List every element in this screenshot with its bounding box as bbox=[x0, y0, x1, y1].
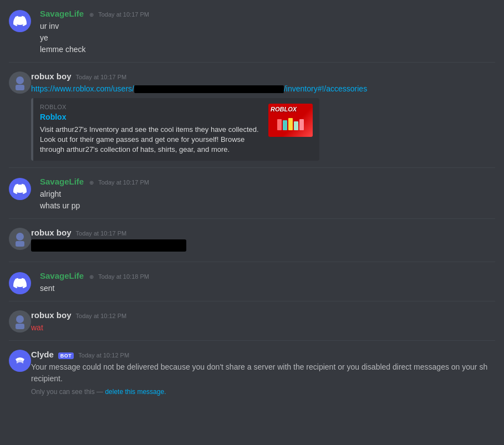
username: SavageLife bbox=[40, 271, 84, 280]
figure bbox=[277, 119, 282, 130]
message-text: Your message could not be delivered beca… bbox=[31, 361, 495, 397]
message-header: Clyde BOT Today at 10:12 PM bbox=[31, 350, 495, 359]
message-group: SavageLife ⊕ Today at 10:17 PM alright w… bbox=[0, 172, 504, 214]
redacted-message-bar bbox=[31, 239, 186, 252]
delete-message-link[interactable]: delete this message. bbox=[105, 388, 166, 396]
message-text bbox=[31, 239, 495, 255]
username: robux boy bbox=[31, 228, 72, 237]
roblox-logo: ROBLOX bbox=[271, 106, 297, 112]
svg-rect-3 bbox=[16, 241, 24, 247]
status-icon: ⊕ bbox=[89, 274, 94, 280]
avatar bbox=[9, 71, 31, 94]
message-group: SavageLife ⊕ Today at 10:18 PM sent bbox=[0, 267, 504, 296]
embed-title[interactable]: Roblox bbox=[40, 112, 262, 121]
clyde-sub-text: Only you can see this — delete this mess… bbox=[31, 387, 495, 397]
timestamp: Today at 10:18 PM bbox=[98, 273, 149, 280]
username: SavageLife bbox=[40, 9, 84, 18]
message-group: SavageLife ⊕ Today at 10:17 PM ur inv ye… bbox=[0, 4, 504, 58]
figure bbox=[294, 121, 298, 130]
message-content: robux boy Today at 10:17 PM https://www.… bbox=[31, 71, 495, 161]
timestamp: Today at 10:12 PM bbox=[78, 352, 129, 359]
message-content: robux boy Today at 10:17 PM bbox=[31, 228, 495, 255]
avatar bbox=[9, 310, 31, 333]
divider bbox=[9, 218, 495, 219]
text-line: ur inv bbox=[40, 21, 495, 32]
message-header: robux boy Today at 10:17 PM bbox=[31, 228, 495, 237]
divider bbox=[9, 340, 495, 341]
svg-rect-1 bbox=[16, 85, 24, 90]
message-group: robux boy Today at 10:17 PM https://www.… bbox=[0, 67, 504, 163]
link-embed: ROBLOX Roblox Visit arthur27's Inventory… bbox=[31, 98, 319, 161]
clyde-avatar bbox=[9, 350, 31, 372]
message-text: sent bbox=[40, 283, 495, 294]
username: Clyde bbox=[31, 350, 54, 359]
username: SavageLife bbox=[40, 177, 84, 186]
embed-body: ROBLOX Roblox Visit arthur27's Inventory… bbox=[40, 104, 262, 155]
robux-avatar-icon bbox=[11, 313, 29, 330]
username: robux boy bbox=[31, 310, 72, 320]
figure bbox=[283, 120, 287, 130]
message-header: robux boy Today at 10:17 PM bbox=[31, 71, 495, 81]
discord-icon bbox=[13, 14, 27, 28]
robux-avatar-icon bbox=[11, 230, 29, 248]
avatar bbox=[9, 178, 31, 200]
message-group: robux boy Today at 10:17 PM bbox=[0, 223, 504, 257]
message-header: SavageLife ⊕ Today at 10:17 PM bbox=[40, 9, 495, 18]
messages-container: SavageLife ⊕ Today at 10:17 PM ur inv ye… bbox=[0, 0, 504, 403]
message-header: SavageLife ⊕ Today at 10:18 PM bbox=[40, 271, 495, 280]
discord-icon bbox=[13, 277, 27, 290]
status-icon: ⊕ bbox=[89, 12, 94, 18]
message-group: Clyde BOT Today at 10:12 PM Your message… bbox=[0, 345, 504, 399]
message-text: https://www.roblox.com/users//inventory#… bbox=[31, 83, 495, 95]
message-text: ur inv ye lemme check bbox=[40, 21, 495, 55]
embed-thumbnail: ROBLOX bbox=[268, 104, 313, 137]
timestamp: Today at 10:12 PM bbox=[76, 313, 127, 319]
message-text: alright whats ur pp bbox=[40, 188, 495, 212]
divider bbox=[9, 262, 495, 262]
redacted-url-part bbox=[134, 85, 284, 93]
message-content: robux boy Today at 10:12 PM wat bbox=[31, 310, 495, 334]
divider bbox=[9, 167, 495, 168]
timestamp: Today at 10:17 PM bbox=[76, 74, 127, 80]
message-content: SavageLife ⊕ Today at 10:18 PM sent bbox=[40, 271, 495, 294]
clyde-message-content: Clyde BOT Today at 10:12 PM Your message… bbox=[31, 350, 495, 397]
roblox-figures bbox=[277, 118, 304, 130]
svg-point-0 bbox=[16, 76, 24, 84]
roblox-link[interactable]: https://www.roblox.com/users//inventory#… bbox=[31, 84, 367, 93]
avatar bbox=[9, 272, 31, 294]
clyde-main-text: Your message could not be delivered beca… bbox=[31, 361, 495, 385]
text-line: lemme check bbox=[40, 44, 495, 55]
figure bbox=[288, 118, 293, 130]
text-line: alright bbox=[40, 188, 495, 200]
svg-rect-5 bbox=[16, 324, 24, 329]
text-line: whats ur pp bbox=[40, 200, 495, 212]
bot-tag: BOT bbox=[58, 352, 74, 359]
avatar bbox=[9, 228, 31, 250]
timestamp: Today at 10:17 PM bbox=[76, 230, 127, 237]
timestamp: Today at 10:17 PM bbox=[98, 11, 149, 18]
text-line: wat bbox=[31, 322, 495, 334]
svg-point-2 bbox=[16, 233, 24, 241]
message-group: robux boy Today at 10:12 PM wat bbox=[0, 306, 504, 336]
message-content: SavageLife ⊕ Today at 10:17 PM ur inv ye… bbox=[40, 9, 495, 55]
timestamp: Today at 10:17 PM bbox=[98, 179, 149, 186]
discord-icon bbox=[13, 182, 27, 196]
figure bbox=[299, 119, 304, 130]
username: robux boy bbox=[31, 71, 72, 81]
avatar bbox=[9, 10, 31, 32]
divider bbox=[9, 301, 495, 301]
status-icon: ⊕ bbox=[89, 180, 94, 186]
text-line: sent bbox=[40, 283, 495, 294]
clyde-icon bbox=[12, 353, 28, 369]
divider bbox=[9, 62, 495, 63]
message-content: SavageLife ⊕ Today at 10:17 PM alright w… bbox=[40, 177, 495, 212]
svg-point-4 bbox=[16, 315, 24, 323]
only-you-text: Only you can see this — bbox=[31, 388, 105, 396]
embed-description: Visit arthur27's Inventory and see the c… bbox=[40, 125, 262, 155]
message-text: wat bbox=[31, 322, 495, 334]
message-header: SavageLife ⊕ Today at 10:17 PM bbox=[40, 177, 495, 186]
embed-provider: ROBLOX bbox=[40, 104, 262, 110]
message-header: robux boy Today at 10:12 PM bbox=[31, 310, 495, 320]
robux-avatar-icon bbox=[11, 74, 29, 91]
text-line: ye bbox=[40, 32, 495, 44]
